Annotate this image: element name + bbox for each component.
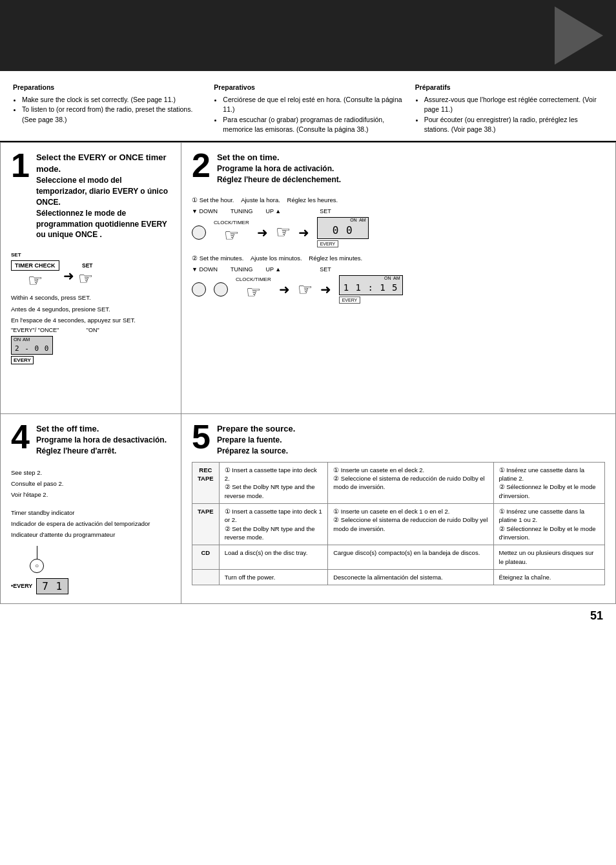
prep-item-es-2: Para escuchar (o grabar) programas de ra… [223, 115, 402, 134]
on-label-lcd2: ON [384, 276, 391, 280]
every-label: "EVERY"/ [11, 327, 36, 333]
am-tag: AM [23, 337, 30, 342]
source-steps-fr-power: Éteignez la chaîne. [493, 569, 604, 585]
standby-line [37, 546, 37, 559]
page-number: 51 [590, 609, 603, 622]
source-steps-es-power: Desconecte la alimentación del sistema. [328, 569, 493, 585]
tape-step1-es: ① Inserte un casete en el deck 1 o en el… [333, 507, 488, 516]
tuning-label-2: TUNING [231, 266, 253, 273]
rec-step1-es: ① Inserte un casete en el deck 2. [333, 466, 488, 474]
step1-title: Select the EVERY or ONCE timer mode. Sel… [36, 152, 170, 240]
every-label-lcd2: EVERY [339, 297, 361, 304]
step4-title-fr: Réglez l'heure d'arrêt. [36, 446, 170, 457]
source-steps-fr-cd: Mettez un ou plusieurs disques sur le pl… [493, 545, 604, 570]
step2-controls-row1: CLOCK/TIMER ☞ ➜ ☞ ➜ ON AM 0 0 EVERY [192, 217, 605, 247]
prep-list-es: Cerciórese de que el reloj esté en hora.… [214, 95, 402, 134]
rec-step2-en: ② Set the Dolby NR type and the reverse … [225, 483, 323, 500]
timer-check-label: TIMER CHECK [11, 260, 59, 271]
am-label-lcd2: AM [393, 276, 400, 280]
clock-timer-label-2: CLOCK/TIMER [236, 276, 271, 282]
set-label-r2: SET [320, 266, 331, 273]
prep-item-fr-1: Assurez-vous que l'horloge est réglée co… [424, 95, 603, 114]
arrow-icon-4: ➜ [279, 282, 290, 297]
timer-check-group: TIMER CHECK ☞ [11, 260, 59, 291]
source-label-cd: CD [192, 545, 220, 570]
down-button[interactable] [192, 225, 206, 240]
main-content: 1 Select the EVERY or ONCE timer mode. S… [0, 142, 616, 604]
source-label-power [192, 569, 220, 585]
hand-icon-6: ☞ [298, 280, 313, 300]
step2-sub1: ① Set the hour. Ajuste la hora. Réglez l… [192, 196, 605, 247]
step1-title-fr: Sélectionnez le mode de programmation qu… [36, 208, 170, 240]
step1-box: 1 Select the EVERY or ONCE timer mode. S… [1, 143, 181, 414]
step4-lcd-row: •EVERY 7 1 [11, 578, 170, 594]
step2-title-es: Programe la hora de activación. [217, 163, 605, 174]
step2-tuning-row2: ▼ DOWN TUNING UP ▲ SET [192, 266, 605, 273]
step2-box: 2 Set the on time. Programe la hora de a… [181, 143, 615, 414]
left-column: 1 Select the EVERY or ONCE timer mode. S… [1, 143, 181, 603]
standby-circle: ○ [30, 559, 44, 573]
hand-icon-2: ☞ [78, 269, 93, 289]
rec-step2-es: ② Seleccione el sistema de reducción de … [333, 474, 488, 492]
step4-lcd: 7 1 [36, 578, 68, 594]
mode-labels: "EVERY"/ "ONCE" "ON" [11, 327, 170, 333]
am-label-lcd: AM [359, 218, 366, 222]
step5-title-es: Prepare la fuente. [217, 435, 605, 446]
up-label-2: UP ▲ [265, 266, 281, 273]
step1-lcd-row: ON AM 2 - 0 0 [11, 336, 170, 355]
set-label: SET [11, 252, 21, 258]
source-label-rec-tape: RECTAPE [192, 462, 220, 503]
step2-sub1-en: ① Set the hour. Ajuste la hora. Réglez l… [192, 196, 605, 204]
source-row-rec-tape: RECTAPE ① Insert a cassette tape into de… [192, 462, 605, 503]
tape-step1-fr: ① Insérez une cassette dans la platine 1… [499, 507, 599, 525]
step1-lcd-container: ON AM 2 - 0 0 [11, 336, 53, 355]
step5-number: 5 [192, 420, 210, 453]
step4-title-en: Set the off time. [36, 423, 170, 435]
step1-inst-es: Antes de 4 segundos, presione SET. [11, 305, 170, 313]
prep-title-fr: Préparatifs [415, 83, 603, 92]
step1-title-es: Seleccione el modo del temporizador, dia… [36, 175, 170, 207]
down-label: ▼ DOWN [192, 208, 218, 214]
every-tag: EVERY [11, 356, 34, 364]
prep-list-fr: Assurez-vous que l'horloge est réglée co… [415, 95, 603, 134]
prep-col-fr: Préparatifs Assurez-vous que l'horloge e… [415, 83, 603, 134]
source-steps-es-tape: ① Inserte un casete en el deck 1 o en el… [328, 504, 493, 545]
every-tag-box: EVERY [11, 356, 170, 364]
source-label-tape: TAPE [192, 504, 220, 545]
step2-sub2: ② Set the minutes. Ajuste los minutos. R… [192, 254, 605, 304]
prep-item-fr-2: Pour écouter (ou enregistrer) la radio, … [424, 115, 603, 134]
tuning-label: TUNING [231, 208, 253, 214]
prep-col-en: Preparations Make sure the clock is set … [13, 83, 201, 134]
source-steps-en-rec: ① Insert a cassette tape into deck 2. ② … [219, 462, 328, 503]
step1-inst-en: Within 4 seconds, press SET. [11, 293, 170, 302]
step2-title-en: Set the on time. [217, 152, 605, 163]
arrow-icon-5: ➜ [320, 282, 331, 297]
hand-icon-3: ☞ [224, 225, 239, 245]
clock-timer-group-2: CLOCK/TIMER ☞ [236, 276, 271, 302]
step1-inst-fr: En l'espace de 4 secondes, appuyez sur S… [11, 316, 170, 324]
hand-icon-5: ☞ [246, 282, 261, 302]
step1-header: 1 Select the EVERY or ONCE timer mode. S… [11, 152, 170, 245]
once-label: "ONCE" [38, 327, 59, 333]
step1-number: 1 [11, 149, 30, 182]
step4-see-es: Consulte el paso 2. [11, 479, 170, 488]
step1-title-en: Select the EVERY or ONCE timer mode. [36, 152, 170, 175]
page-number-area: 51 [0, 604, 616, 628]
step2-lcd2-container: ON AM 1 1 : 1 5 EVERY [339, 275, 403, 304]
preparations-section: Preparations Make sure the clock is set … [0, 71, 616, 142]
down-button-2[interactable] [192, 282, 206, 297]
tape-step2-en: ② Set the Dolby NR type and the reverse … [225, 525, 323, 542]
step4-title: Set the off time. Programe la hora de de… [36, 423, 170, 457]
tape-step1-en: ① Insert a cassette tape into deck 1 or … [225, 507, 323, 525]
step2-header: 2 Set the on time. Programe la hora de a… [192, 152, 605, 191]
source-steps-en-cd: Load a disc(s) on the disc tray. [219, 545, 328, 570]
prep-col-es: Preparativos Cerciórese de que el reloj … [214, 83, 402, 134]
step2-tuning-row1: ▼ DOWN TUNING UP ▲ SET [192, 208, 605, 214]
step2-controls-row2: CLOCK/TIMER ☞ ➜ ☞ ➜ ON AM 1 1 : 1 5 EVER… [192, 275, 605, 304]
source-steps-fr-rec: ① Insérez une cassette dans la platine 2… [493, 462, 604, 503]
step5-title-en: Prepare the source. [217, 423, 605, 435]
step5-title-fr: Préparez la source. [217, 446, 605, 457]
on-tag: ON [14, 337, 21, 342]
step4-header: 4 Set the off time. Programe la hora de … [11, 423, 170, 462]
up-button[interactable] [214, 282, 228, 297]
